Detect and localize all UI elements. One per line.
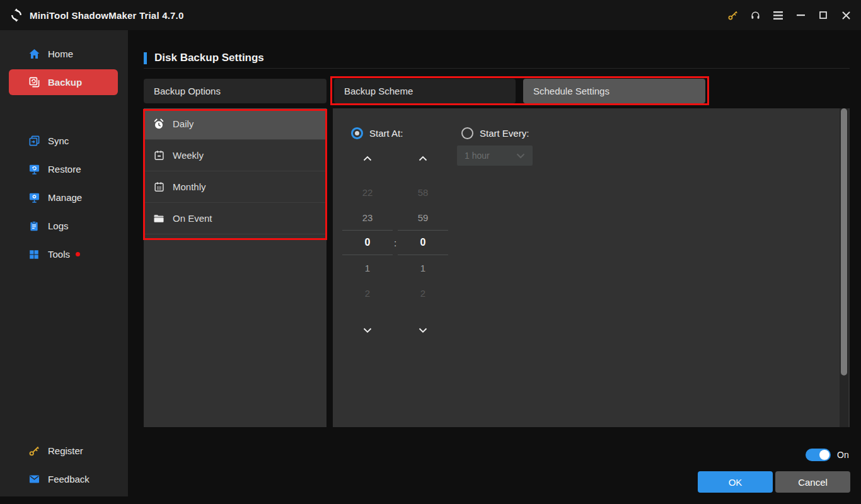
titlebar: MiniTool ShadowMaker Trial 4.7.0 <box>0 0 861 30</box>
radio-unselected-icon <box>461 127 473 139</box>
sidebar-item-tools[interactable]: Tools <box>0 240 128 268</box>
radio-label: Start At: <box>369 128 403 139</box>
ok-button[interactable]: OK <box>698 471 773 493</box>
page-title: Disk Backup Settings <box>154 52 264 64</box>
tab-backup-options[interactable]: Backup Options <box>144 79 326 103</box>
maximize-button[interactable] <box>812 0 835 30</box>
sidebar-item-label: Logs <box>48 220 69 231</box>
schedule-type-on-event[interactable]: On Event <box>144 203 326 234</box>
close-button[interactable] <box>835 0 857 30</box>
minute-option[interactable]: 1 <box>398 255 448 280</box>
chevron-down-icon <box>516 153 525 159</box>
folder-icon <box>153 212 165 225</box>
tab-label: Schedule Settings <box>533 86 610 96</box>
envelope-icon <box>28 473 40 486</box>
schedule-type-monthly[interactable]: Monthly <box>144 171 326 203</box>
scrollbar-thumb[interactable] <box>841 108 847 375</box>
key-icon <box>28 445 40 457</box>
page-header: Disk Backup Settings <box>144 52 264 64</box>
chevron-up-icon <box>363 156 372 161</box>
tab-label: Backup Options <box>154 86 221 96</box>
schedule-type-label: On Event <box>173 213 212 224</box>
sidebar-item-backup[interactable]: Backup <box>9 69 118 95</box>
schedule-detail-panel: Start At: Start Every: 1 hour 22 23 0 1 <box>333 108 850 427</box>
minute-up-button[interactable] <box>398 150 448 166</box>
toggle-state-label: On <box>837 449 849 461</box>
alarm-clock-icon <box>153 118 165 130</box>
sidebar-item-label: Register <box>48 445 83 456</box>
calendar-month-icon <box>153 181 165 193</box>
radio-start-every[interactable]: Start Every: <box>461 123 529 142</box>
app-window: MiniTool ShadowMaker Trial 4.7.0 <box>0 0 861 504</box>
logs-icon <box>28 220 40 232</box>
schedule-type-label: Weekly <box>173 150 204 161</box>
interval-dropdown[interactable]: 1 hour <box>457 146 533 166</box>
titlebar-controls <box>721 0 857 30</box>
radio-label: Start Every: <box>480 128 529 139</box>
sidebar-item-feedback[interactable]: Feedback <box>0 465 128 493</box>
title-accent-bar <box>144 52 147 64</box>
hour-up-button[interactable] <box>342 150 393 166</box>
schedule-type-weekly[interactable]: Weekly <box>144 140 326 171</box>
minute-option[interactable]: 2 <box>398 280 448 306</box>
sidebar: Home Backup Sync <box>0 30 128 496</box>
notification-dot <box>76 252 80 256</box>
schedule-type-label: Daily <box>173 118 194 129</box>
tab-backup-scheme[interactable]: Backup Scheme <box>334 79 516 103</box>
tab-label: Backup Scheme <box>344 86 413 96</box>
radio-selected-icon <box>351 127 363 139</box>
sidebar-item-logs[interactable]: Logs <box>0 212 128 240</box>
hour-option[interactable]: 23 <box>342 205 393 230</box>
app-logo-icon <box>9 8 24 23</box>
minute-selected[interactable]: 0 <box>398 230 448 255</box>
restore-icon <box>28 163 40 176</box>
hour-option[interactable]: 1 <box>342 255 393 280</box>
tab-schedule-settings[interactable]: Schedule Settings <box>523 79 705 103</box>
sidebar-item-label: Manage <box>48 192 82 203</box>
sidebar-item-label: Restore <box>48 164 81 175</box>
calendar-week-icon <box>153 149 165 162</box>
sidebar-item-home[interactable]: Home <box>0 40 128 68</box>
sidebar-item-register[interactable]: Register <box>0 437 128 465</box>
schedule-type-daily[interactable]: Daily <box>144 108 326 140</box>
menu-icon[interactable] <box>766 0 789 30</box>
scrollbar-track[interactable] <box>840 108 848 427</box>
toggle-knob <box>819 450 829 460</box>
license-key-icon[interactable] <box>721 0 744 30</box>
chevron-down-icon <box>419 328 427 333</box>
sidebar-item-restore[interactable]: Restore <box>0 155 128 183</box>
sidebar-item-label: Home <box>48 49 73 59</box>
header-divider <box>144 68 850 69</box>
minute-down-button[interactable] <box>398 322 448 338</box>
time-separator: : <box>393 230 398 255</box>
sidebar-item-label: Tools <box>48 249 70 260</box>
manage-icon <box>28 192 40 204</box>
window-title: MiniTool ShadowMaker Trial 4.7.0 <box>30 10 184 21</box>
chevron-up-icon <box>419 156 427 161</box>
hour-spinner: 22 23 0 1 2 <box>342 150 393 338</box>
schedule-type-panel: Daily Weekly <box>144 108 326 427</box>
schedule-on-off-toggle[interactable] <box>806 449 831 461</box>
sidebar-item-sync[interactable]: Sync <box>0 127 128 155</box>
minute-option[interactable]: 58 <box>398 180 448 205</box>
radio-start-at[interactable]: Start At: <box>351 123 403 142</box>
minute-option[interactable]: 59 <box>398 205 448 230</box>
interval-value: 1 hour <box>465 151 516 161</box>
hour-option[interactable]: 2 <box>342 280 393 306</box>
hour-option[interactable]: 22 <box>342 180 393 205</box>
sync-icon <box>28 135 40 147</box>
support-headset-icon[interactable] <box>744 0 766 30</box>
chevron-down-icon <box>363 328 372 333</box>
hour-down-button[interactable] <box>342 322 393 338</box>
tools-icon <box>28 248 40 261</box>
cancel-button[interactable]: Cancel <box>775 471 850 493</box>
minute-spinner: 58 59 0 1 2 <box>398 150 448 338</box>
sidebar-item-label: Backup <box>48 77 82 88</box>
home-icon <box>28 48 40 60</box>
sidebar-item-label: Sync <box>48 135 69 146</box>
minimize-button[interactable] <box>789 0 812 30</box>
sidebar-item-label: Feedback <box>48 474 90 484</box>
hour-selected[interactable]: 0 <box>342 230 393 255</box>
backup-icon <box>28 76 40 89</box>
sidebar-item-manage[interactable]: Manage <box>0 183 128 212</box>
